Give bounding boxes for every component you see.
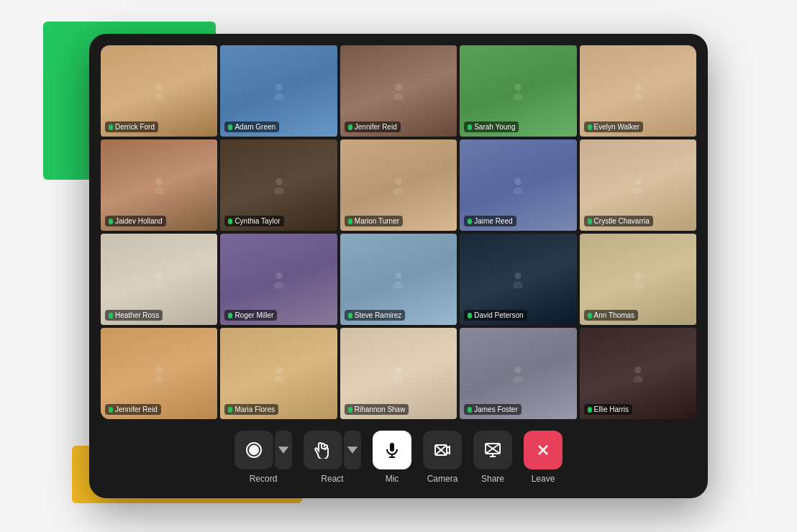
participant-name-tag: Evelyn Walker <box>584 121 644 132</box>
video-tile: Ellie Harris <box>580 328 696 419</box>
participant-name-tag: Heather Ross <box>105 310 163 321</box>
participant-name: Derrick Ford <box>115 123 155 131</box>
participant-name: Rihannon Shaw <box>355 405 406 413</box>
mic-button[interactable] <box>373 431 411 469</box>
video-grid: Derrick FordAdam GreenJennifer ReidSarah… <box>101 45 696 419</box>
mic-indicator <box>468 407 472 413</box>
record-button[interactable] <box>234 431 273 469</box>
svg-point-6 <box>515 83 522 91</box>
mic-indicator <box>228 313 232 318</box>
svg-point-24 <box>395 272 402 279</box>
mic-indicator <box>468 219 472 224</box>
video-tile: Jennifer Reid <box>340 45 457 137</box>
react-button[interactable] <box>304 431 342 469</box>
svg-point-30 <box>155 366 163 373</box>
svg-point-0 <box>155 83 163 91</box>
svg-point-32 <box>275 366 283 373</box>
video-call-window: Derrick FordAdam GreenJennifer ReidSarah… <box>89 34 708 498</box>
svg-point-13 <box>274 187 283 194</box>
share-button[interactable] <box>473 431 512 469</box>
video-tile: Jaidev Holland <box>101 139 217 231</box>
svg-point-8 <box>634 83 642 91</box>
participant-name: Maria Flores <box>234 405 275 413</box>
mic-indicator <box>109 219 113 224</box>
share-control: Share <box>473 431 512 484</box>
participant-name-tag: Rihannon Shaw <box>345 404 409 415</box>
svg-point-39 <box>633 375 642 382</box>
mic-control: Mic <box>373 431 411 484</box>
participant-name: Crystle Chavarria <box>594 217 650 225</box>
video-tile: Roger Miller <box>220 234 337 325</box>
participant-name: Steve Ramirez <box>355 311 402 319</box>
participant-name-tag: David Peterson <box>464 310 527 321</box>
mic-label: Mic <box>386 474 399 484</box>
video-tile: Sarah Young <box>460 45 576 137</box>
video-tile: Crystle Chavarria <box>580 139 696 231</box>
record-control: Record <box>234 431 292 484</box>
participant-name-tag: Jaidev Holland <box>105 216 166 226</box>
camera-label: Camera <box>427 474 458 484</box>
svg-point-2 <box>275 83 283 91</box>
participant-name-tag: James Foster <box>464 404 522 415</box>
svg-point-25 <box>393 281 403 288</box>
svg-point-37 <box>514 375 523 382</box>
svg-point-9 <box>633 93 642 100</box>
mic-indicator <box>348 407 352 413</box>
video-tile: Jaime Reed <box>460 139 576 231</box>
participant-name-tag: Roger Miller <box>224 310 277 321</box>
participant-name: Evelyn Walker <box>594 123 640 131</box>
leave-button[interactable] <box>524 431 563 469</box>
participant-name-tag: Steve Ramirez <box>345 310 406 321</box>
participant-name-tag: Jennifer Reid <box>345 121 401 132</box>
participant-name: Sarah Young <box>474 123 515 131</box>
svg-point-7 <box>514 93 523 100</box>
video-tile: David Peterson <box>460 234 576 325</box>
mic-indicator <box>348 219 352 224</box>
mic-indicator <box>228 124 232 130</box>
svg-point-4 <box>395 83 402 91</box>
svg-point-36 <box>515 366 522 373</box>
video-tile: Maria Flores <box>220 328 337 419</box>
svg-marker-42 <box>278 446 288 454</box>
participant-name: Jennifer Reid <box>355 123 397 131</box>
leave-label: Leave <box>532 474 555 484</box>
svg-point-20 <box>155 272 163 279</box>
mic-indicator <box>588 124 592 130</box>
mic-indicator <box>109 407 113 413</box>
video-tile: Ann Thomas <box>580 234 696 325</box>
svg-marker-43 <box>347 446 357 454</box>
mic-indicator <box>228 219 232 224</box>
video-tile: Steve Ramirez <box>340 234 457 325</box>
participant-name: Adam Green <box>234 123 275 131</box>
svg-point-31 <box>155 375 164 382</box>
svg-point-26 <box>515 272 522 279</box>
svg-point-40 <box>249 445 259 455</box>
svg-point-21 <box>155 281 164 288</box>
svg-point-23 <box>274 281 283 288</box>
mic-indicator <box>109 124 113 130</box>
share-label: Share <box>481 474 504 484</box>
svg-point-22 <box>275 272 283 279</box>
controls-bar: Record React <box>101 419 696 484</box>
participant-name: James Foster <box>474 405 518 413</box>
record-label: Record <box>250 474 278 484</box>
participant-name: Jennifer Reid <box>115 405 158 413</box>
participant-name: Jaidev Holland <box>115 217 163 225</box>
camera-button[interactable] <box>423 431 462 469</box>
video-tile: Marion Turner <box>340 139 457 231</box>
svg-point-12 <box>275 178 283 185</box>
record-expand-button[interactable] <box>275 431 292 469</box>
react-control: React <box>304 431 361 484</box>
mic-indicator <box>588 407 592 413</box>
mic-indicator <box>468 313 472 318</box>
video-tile: James Foster <box>460 328 576 419</box>
mic-indicator <box>228 407 232 413</box>
react-expand-button[interactable] <box>344 431 361 469</box>
svg-point-3 <box>274 93 283 100</box>
participant-name-tag: Ellie Harris <box>584 404 632 415</box>
svg-point-10 <box>155 178 163 185</box>
participant-name: Cynthia Taylor <box>234 217 280 225</box>
svg-point-34 <box>395 366 402 373</box>
participant-name: Roger Miller <box>234 311 273 319</box>
svg-point-35 <box>393 375 403 382</box>
